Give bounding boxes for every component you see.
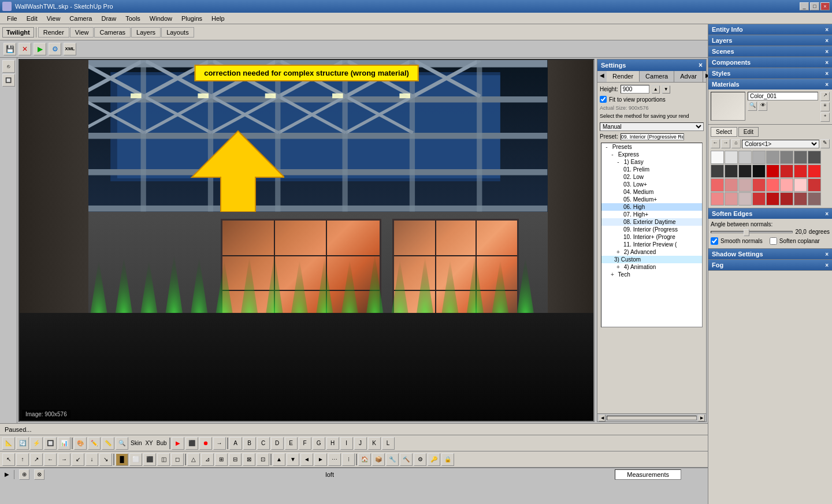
tree-lowplus[interactable]: 03. Low+ xyxy=(601,181,702,188)
tool2-23[interactable]: ► xyxy=(314,453,327,466)
swatch-darkgray2[interactable] xyxy=(725,165,738,178)
swatch-pink1[interactable] xyxy=(738,178,752,192)
soften-slider[interactable] xyxy=(711,231,793,233)
tree-toggle-tech[interactable]: + xyxy=(608,271,616,278)
materials-select-tab[interactable]: Select xyxy=(711,127,737,137)
shadow-close[interactable]: × xyxy=(825,251,829,257)
tree-interior-prev[interactable]: 11. Interior Preview ( xyxy=(601,241,702,248)
tree-prelim[interactable]: 01. Prelim xyxy=(601,166,702,173)
panel-fog-header[interactable]: Fog × xyxy=(708,260,832,270)
twilight-layouts-btn[interactable]: Layouts xyxy=(161,27,194,38)
tool2-27[interactable]: 📦 xyxy=(372,453,385,466)
twilight-render-btn[interactable]: Render xyxy=(38,27,69,38)
tree-view[interactable]: - Presets - Express - 1) Easy xyxy=(601,143,703,327)
tool2-15[interactable]: ⊿ xyxy=(201,453,214,466)
tree-highplus[interactable]: 07. High+ xyxy=(601,211,702,218)
tool-j[interactable]: J xyxy=(354,437,367,450)
tool-9[interactable]: 🔍 xyxy=(116,437,128,450)
tool-6[interactable]: 🎨 xyxy=(74,437,87,450)
entity-info-close[interactable]: × xyxy=(825,27,829,33)
swatch-gray6[interactable] xyxy=(808,151,821,164)
tool-b[interactable]: B xyxy=(243,437,256,450)
menu-tools[interactable]: Tools xyxy=(121,14,145,23)
mat-right-3[interactable]: + xyxy=(820,113,830,122)
maximize-button[interactable]: □ xyxy=(810,2,819,10)
tree-advanced[interactable]: + 2) Advanced xyxy=(601,248,702,256)
close-button[interactable]: × xyxy=(820,2,830,10)
menu-draw[interactable]: Draw xyxy=(96,14,121,23)
menu-edit[interactable]: Edit xyxy=(22,14,42,23)
manual-dropdown[interactable]: Manual xyxy=(600,122,704,131)
tool2-25[interactable]: ⁝ xyxy=(342,453,355,466)
tool2-4[interactable]: ← xyxy=(44,453,57,466)
components-close[interactable]: × xyxy=(825,59,829,66)
panel-styles-header[interactable]: Styles × xyxy=(708,68,832,79)
tree-easy[interactable]: - 1) Easy xyxy=(601,158,702,166)
swatch-pink2[interactable] xyxy=(780,178,793,192)
menu-help[interactable]: Help xyxy=(207,14,229,23)
mat-right-1[interactable]: ↗ xyxy=(820,92,830,101)
tool2-28[interactable]: 🔧 xyxy=(386,453,399,466)
tool2-14[interactable]: △ xyxy=(187,453,200,466)
tree-presets[interactable]: - Presets xyxy=(601,143,702,151)
tool2-20[interactable]: ▲ xyxy=(273,453,285,466)
status-icon-1[interactable]: ⊕ xyxy=(19,469,29,480)
height-decrement[interactable]: ▼ xyxy=(662,85,670,94)
swatch-darkred1[interactable] xyxy=(766,192,779,206)
tool-3[interactable]: ⚡ xyxy=(30,437,43,450)
menu-view[interactable]: View xyxy=(42,14,65,23)
twilight-view-btn[interactable]: View xyxy=(70,27,94,38)
mini-btn-1[interactable]: ⎋ xyxy=(2,60,15,73)
settings-close-button[interactable]: × xyxy=(699,61,703,69)
swatch-pink6[interactable] xyxy=(738,192,752,206)
swatch-darkgray1[interactable] xyxy=(711,165,724,178)
tree-express[interactable]: - Express xyxy=(601,151,702,158)
tool2-13[interactable]: ◻ xyxy=(171,453,184,466)
slider-thumb[interactable] xyxy=(744,229,749,236)
tree-toggle-easy[interactable]: - xyxy=(614,159,622,165)
panel-components-header[interactable]: Components × xyxy=(708,57,832,68)
tree-exterior[interactable]: 08. Exterior Daytime xyxy=(601,218,702,226)
tree-low[interactable]: 02. Low xyxy=(601,173,702,181)
tool-stop[interactable]: ⬛ xyxy=(185,437,198,450)
settings-tab-advar[interactable]: Advar xyxy=(674,71,703,82)
tool2-21[interactable]: ▼ xyxy=(287,453,299,466)
tool2-2[interactable]: ↑ xyxy=(16,453,29,466)
tool2-26[interactable]: 🏠 xyxy=(358,453,371,466)
scroll-right-btn[interactable]: ▶ xyxy=(698,415,705,421)
tool2-29[interactable]: 🔨 xyxy=(400,453,413,466)
swatch-lightgray[interactable] xyxy=(725,151,738,164)
tool2-12[interactable]: ◫ xyxy=(157,453,170,466)
tree-interiorplus[interactable]: 10. Interior+ (Progre xyxy=(601,233,702,241)
swatch-gray2[interactable] xyxy=(752,151,766,164)
nav-back[interactable]: ← xyxy=(711,139,720,148)
tree-toggle-presets[interactable]: - xyxy=(603,144,611,150)
tree-toggle-animation[interactable]: + xyxy=(614,264,622,270)
swatch-gray5[interactable] xyxy=(794,151,807,164)
mat-icon-1[interactable]: 🔍 xyxy=(748,102,757,111)
tree-tech[interactable]: + Tech xyxy=(601,271,702,278)
mat-icon-2[interactable]: 👁 xyxy=(758,102,767,111)
tool-i[interactable]: I xyxy=(340,437,353,450)
swatch-darkred2[interactable] xyxy=(780,192,793,206)
tool2-5[interactable]: → xyxy=(58,453,70,466)
render-icon-xml[interactable]: XML xyxy=(64,43,76,55)
render-icon-disk[interactable]: 💾 xyxy=(3,43,16,55)
tool2-32[interactable]: 🔒 xyxy=(441,453,454,466)
swatch-darkred3[interactable] xyxy=(794,192,807,206)
color-dropdown[interactable]: Colors<1> xyxy=(742,140,819,148)
viewport[interactable]: correction needed for complex structure … xyxy=(18,59,595,422)
panel-layers-header[interactable]: Layers × xyxy=(708,35,832,46)
materials-edit-tab[interactable]: Edit xyxy=(738,127,759,137)
panel-entity-info-header[interactable]: Entity Info × xyxy=(708,24,832,35)
tab-arrow-left[interactable]: ◀ xyxy=(597,71,607,82)
tool-7[interactable]: ✏️ xyxy=(88,437,101,450)
tool2-1[interactable]: ↖ xyxy=(2,453,15,466)
swatch-red5[interactable] xyxy=(752,178,766,192)
tool2-11[interactable]: ⬛ xyxy=(143,453,156,466)
twilight-cameras-btn[interactable]: Cameras xyxy=(94,27,131,38)
swatch-darkgray3[interactable] xyxy=(738,165,752,178)
tool-c[interactable]: C xyxy=(257,437,270,450)
tool-g[interactable]: G xyxy=(313,437,325,450)
styles-close[interactable]: × xyxy=(825,70,829,77)
